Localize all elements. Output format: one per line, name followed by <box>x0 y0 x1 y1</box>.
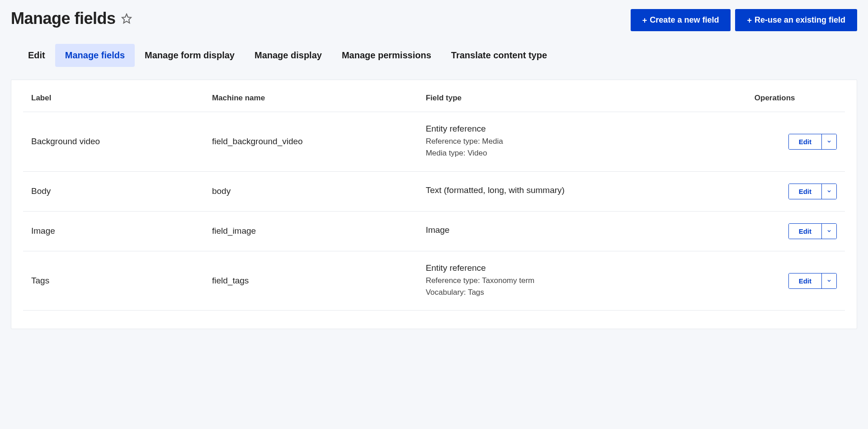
page-title: Manage fields <box>11 9 116 28</box>
tab-manage-fields[interactable]: Manage fields <box>55 44 135 67</box>
svg-marker-0 <box>122 14 131 23</box>
chevron-down-icon <box>826 278 832 283</box>
plus-icon: + <box>642 16 647 24</box>
field-type-sub: Vocabulary: Tags <box>426 287 738 298</box>
edit-button[interactable]: Edit <box>789 184 822 199</box>
dropbutton: Edit <box>788 273 837 289</box>
field-operations: Edit <box>746 171 845 211</box>
field-operations: Edit <box>746 211 845 251</box>
edit-button[interactable]: Edit <box>789 224 822 239</box>
chevron-down-icon <box>826 189 832 194</box>
dropbutton: Edit <box>788 184 837 199</box>
dropbutton-toggle[interactable] <box>822 224 836 239</box>
field-operations: Edit <box>746 112 845 172</box>
chevron-down-icon <box>826 139 832 144</box>
table-row: Background videofield_background_videoEn… <box>23 112 845 172</box>
tab-translate[interactable]: Translate content type <box>441 44 557 67</box>
reuse-existing-field-label: Re-use an existing field <box>755 15 845 25</box>
tab-manage-permissions[interactable]: Manage permissions <box>332 44 441 67</box>
dropbutton-toggle[interactable] <box>822 184 836 199</box>
page-header: Manage fields + Create a new field + Re-… <box>11 9 857 31</box>
field-type: Text (formatted, long, with summary) <box>418 171 746 211</box>
col-header-field-type: Field type <box>418 80 746 112</box>
tabs-nav: EditManage fieldsManage form displayMana… <box>11 44 857 67</box>
create-new-field-label: Create a new field <box>650 15 719 25</box>
chevron-down-icon <box>826 228 832 234</box>
field-type-main: Entity reference <box>426 263 738 273</box>
col-header-operations: Operations <box>746 80 845 112</box>
fields-panel: Label Machine name Field type Operations… <box>11 80 857 329</box>
table-row: BodybodyText (formatted, long, with summ… <box>23 171 845 211</box>
dropbutton-toggle[interactable] <box>822 273 836 288</box>
field-type-sub: Reference type: Taxonomy term <box>426 275 738 287</box>
field-type-main: Entity reference <box>426 124 738 134</box>
title-wrap: Manage fields <box>11 9 132 28</box>
field-machine-name: field_background_video <box>204 112 418 172</box>
field-type: Entity referenceReference type: MediaMed… <box>418 112 746 172</box>
field-type-sub: Reference type: Media <box>426 136 738 147</box>
field-type: Image <box>418 211 746 251</box>
tab-manage-form-display[interactable]: Manage form display <box>135 44 245 67</box>
dropbutton-toggle[interactable] <box>822 134 836 149</box>
dropbutton: Edit <box>788 223 837 239</box>
field-label: Image <box>23 211 204 251</box>
field-type-main: Image <box>426 225 738 235</box>
field-machine-name: field_image <box>204 211 418 251</box>
tab-edit[interactable]: Edit <box>18 44 55 67</box>
field-type: Entity referenceReference type: Taxonomy… <box>418 251 746 311</box>
field-operations: Edit <box>746 251 845 311</box>
field-type-main: Text (formatted, long, with summary) <box>426 185 738 195</box>
edit-button[interactable]: Edit <box>789 134 822 149</box>
edit-button[interactable]: Edit <box>789 273 822 288</box>
table-row: Imagefield_imageImageEdit <box>23 211 845 251</box>
create-new-field-button[interactable]: + Create a new field <box>631 9 731 31</box>
star-icon[interactable] <box>121 13 132 24</box>
col-header-label: Label <box>23 80 204 112</box>
reuse-existing-field-button[interactable]: + Re-use an existing field <box>735 9 857 31</box>
dropbutton: Edit <box>788 134 837 150</box>
col-header-machine-name: Machine name <box>204 80 418 112</box>
field-label: Background video <box>23 112 204 172</box>
action-buttons: + Create a new field + Re-use an existin… <box>631 9 857 31</box>
field-label: Body <box>23 171 204 211</box>
field-label: Tags <box>23 251 204 311</box>
table-row: Tagsfield_tagsEntity referenceReference … <box>23 251 845 311</box>
plus-icon: + <box>747 16 752 24</box>
table-header-row: Label Machine name Field type Operations <box>23 80 845 112</box>
tab-manage-display[interactable]: Manage display <box>245 44 332 67</box>
field-machine-name: body <box>204 171 418 211</box>
fields-table: Label Machine name Field type Operations… <box>23 80 845 311</box>
field-type-sub: Media type: Video <box>426 147 738 159</box>
field-machine-name: field_tags <box>204 251 418 311</box>
